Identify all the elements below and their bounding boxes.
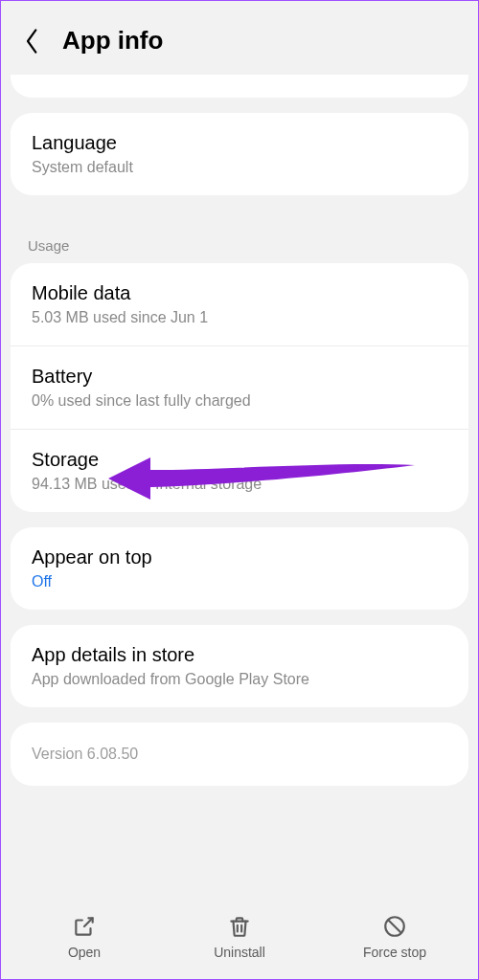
force-stop-label: Force stop	[363, 945, 426, 960]
battery-row[interactable]: Battery 0% used since last fully charged	[11, 345, 468, 429]
open-label: Open	[68, 945, 101, 960]
version-card: Version 6.08.50	[11, 723, 468, 786]
row-title: Battery	[32, 364, 447, 389]
row-sub: 94.13 MB used in Internal storage	[32, 476, 447, 493]
open-icon	[72, 914, 97, 939]
header: App info	[1, 1, 478, 75]
row-sub: Off	[32, 573, 447, 590]
force-stop-button[interactable]: Force stop	[317, 914, 472, 960]
usage-section-label: Usage	[1, 216, 478, 263]
language-card: Language System default	[11, 113, 468, 195]
row-title: App details in store	[32, 642, 447, 667]
app-details-row[interactable]: App details in store App downloaded from…	[11, 625, 468, 707]
trash-icon	[227, 914, 252, 939]
card-fragment	[11, 75, 468, 98]
language-row[interactable]: Language System default	[11, 113, 468, 195]
content-area: Language System default Usage Mobile dat…	[1, 75, 478, 902]
app-details-card: App details in store App downloaded from…	[11, 625, 468, 707]
storage-row[interactable]: Storage 94.13 MB used in Internal storag…	[11, 429, 468, 512]
row-title: Language	[32, 130, 447, 155]
mobile-data-row[interactable]: Mobile data 5.03 MB used since Jun 1	[11, 263, 468, 345]
row-sub: System default	[32, 159, 447, 176]
row-sub: 5.03 MB used since Jun 1	[32, 309, 447, 326]
back-icon[interactable]	[20, 29, 45, 54]
usage-card: Mobile data 5.03 MB used since Jun 1 Bat…	[11, 263, 468, 512]
page-title: App info	[62, 26, 163, 56]
uninstall-label: Uninstall	[214, 945, 265, 960]
row-sub: App downloaded from Google Play Store	[32, 671, 447, 688]
appear-on-top-row[interactable]: Appear on top Off	[11, 527, 468, 610]
forbid-icon	[382, 914, 407, 939]
row-title: Appear on top	[32, 545, 447, 569]
row-title: Mobile data	[32, 280, 447, 305]
row-title: Storage	[32, 447, 447, 472]
appear-on-top-card: Appear on top Off	[11, 527, 468, 610]
uninstall-button[interactable]: Uninstall	[162, 914, 317, 960]
row-sub: 0% used since last fully charged	[32, 392, 447, 410]
version-text: Version 6.08.50	[11, 723, 468, 786]
open-button[interactable]: Open	[7, 914, 162, 960]
bottom-action-bar: Open Uninstall Force stop	[1, 902, 478, 979]
